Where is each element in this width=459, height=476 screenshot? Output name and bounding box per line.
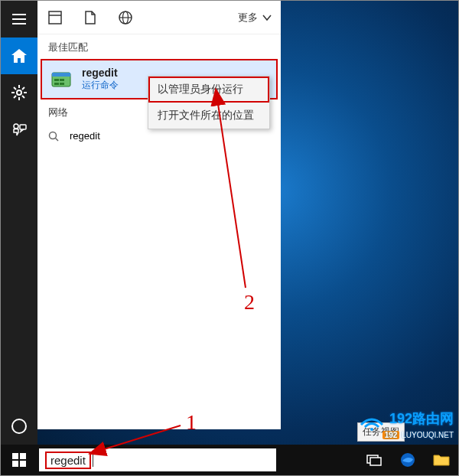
watermark-brand: 192路由网: [389, 411, 454, 426]
svg-rect-13: [20, 125, 26, 129]
svg-rect-21: [52, 73, 70, 77]
edge-browser-button[interactable]: [391, 445, 425, 475]
svg-point-35: [370, 428, 373, 431]
taskbar: regedit: [1, 445, 458, 475]
search-left-rail: [1, 1, 37, 429]
home-icon[interactable]: [1, 37, 37, 74]
regedit-app-icon: [50, 67, 74, 92]
svg-point-26: [50, 132, 57, 139]
apps-filter-icon[interactable]: [47, 9, 63, 26]
svg-line-9: [22, 96, 24, 98]
result-title: regedit: [82, 67, 119, 79]
ctx-run-as-admin[interactable]: 以管理员身份运行: [148, 77, 269, 103]
svg-point-12: [14, 124, 18, 129]
svg-line-11: [22, 87, 24, 90]
svg-rect-24: [54, 83, 59, 85]
svg-rect-15: [49, 11, 61, 24]
text-cursor: [93, 453, 93, 467]
svg-rect-25: [60, 83, 64, 85]
search-icon: [48, 131, 62, 142]
svg-point-3: [17, 90, 21, 95]
svg-line-27: [56, 138, 59, 141]
watermark-badge: 192: [382, 431, 400, 439]
more-filters-button[interactable]: 更多: [238, 11, 272, 24]
annotation-2: 2: [244, 290, 255, 315]
feedback-icon[interactable]: [1, 111, 37, 148]
best-match-header: 最佳匹配: [37, 34, 281, 59]
search-results-panel: 更多 最佳匹配 regedit 运行命令 网络 regedit: [37, 1, 281, 429]
search-input-value: regedit: [45, 452, 91, 469]
hamburger-icon[interactable]: [1, 1, 37, 37]
documents-filter-icon[interactable]: [82, 9, 99, 26]
chevron-down-icon: [262, 14, 272, 21]
watermark: 192路由网 192 LUYOUQI.NET: [356, 411, 454, 440]
svg-rect-23: [60, 79, 64, 81]
gear-icon[interactable]: [1, 74, 37, 111]
wifi-icon: [356, 411, 387, 431]
windows-logo-icon: [12, 453, 26, 467]
search-filter-bar: 更多: [37, 1, 281, 34]
context-menu: 以管理员身份运行 打开文件所在的位置: [148, 76, 270, 129]
svg-line-10: [14, 96, 16, 98]
web-result-label: regedit: [70, 130, 100, 142]
web-filter-icon[interactable]: [117, 9, 134, 26]
svg-line-8: [14, 87, 16, 90]
cortana-icon[interactable]: [1, 408, 37, 445]
ctx-open-file-location[interactable]: 打开文件所在的位置: [148, 103, 269, 129]
svg-rect-30: [12, 461, 18, 467]
svg-rect-33: [370, 458, 381, 465]
svg-rect-29: [20, 453, 26, 459]
svg-rect-31: [20, 461, 26, 467]
svg-rect-22: [54, 79, 59, 81]
result-subtitle: 运行命令: [82, 79, 119, 92]
annotation-1: 1: [186, 410, 197, 435]
file-explorer-button[interactable]: [425, 445, 458, 475]
taskbar-search-input[interactable]: regedit: [39, 448, 276, 471]
start-button[interactable]: [1, 445, 37, 475]
svg-point-14: [12, 419, 26, 433]
svg-rect-28: [12, 453, 18, 459]
task-view-button[interactable]: [357, 445, 391, 475]
more-label: 更多: [238, 11, 258, 24]
watermark-url: LUYOUQI.NET: [402, 431, 454, 439]
